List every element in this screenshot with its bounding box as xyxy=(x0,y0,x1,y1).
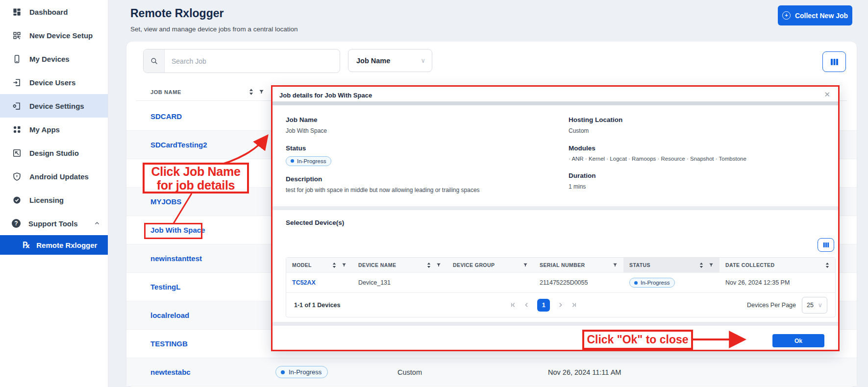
filter-icon[interactable] xyxy=(613,263,618,267)
sort-icon[interactable] xyxy=(427,263,431,268)
job-link[interactable]: SDCardTesting2 xyxy=(150,141,207,149)
sidebar-item-label: My Devices xyxy=(29,55,70,63)
close-icon[interactable]: ✕ xyxy=(824,90,830,99)
column-settings-button[interactable] xyxy=(822,51,846,72)
dashboard-icon xyxy=(12,7,22,17)
panel-horizontal-scrollbar[interactable] xyxy=(273,101,838,105)
previous-page-icon[interactable] xyxy=(523,302,530,308)
sidebar-item-remote-rxlogger[interactable]: ℞ Remote Rxlogger xyxy=(0,235,108,255)
device-column-settings-button[interactable] xyxy=(818,238,834,252)
plus-circle-icon: + xyxy=(782,11,791,20)
sidebar-item-design-studio[interactable]: Design Studio xyxy=(0,141,108,165)
license-badge-icon xyxy=(12,195,22,205)
device-settings-icon xyxy=(12,101,22,111)
sidebar-item-android-updates[interactable]: Android Updates xyxy=(0,165,108,188)
selected-devices-title: Selected Device(s) xyxy=(286,219,344,226)
job-name-header-label: JOB NAME xyxy=(150,89,181,95)
filter-icon[interactable] xyxy=(342,263,347,267)
job-name-filter-select[interactable]: Job Name ∨ xyxy=(348,49,432,72)
sidebar-item-label: Dashboard xyxy=(29,8,68,16)
sort-icon[interactable] xyxy=(332,263,336,268)
field-value: Custom xyxy=(569,127,836,134)
device-row[interactable]: TC52AX Device_131 211475225D0055 In-Prog… xyxy=(286,272,835,292)
job-link[interactable]: MYJOBS xyxy=(150,197,181,206)
collect-new-job-button[interactable]: + Collect New Job xyxy=(778,5,852,25)
status-badge: In-Progress xyxy=(286,156,331,166)
chevron-down-icon: ∨ xyxy=(818,302,822,308)
sidebar-item-my-apps[interactable]: My Apps xyxy=(0,118,108,141)
search-icon xyxy=(144,49,165,73)
job-link[interactable]: newtestabc xyxy=(150,368,191,376)
help-icon: ? xyxy=(12,219,21,228)
page-subtitle: Set, view and manage device jobs from a … xyxy=(130,25,298,33)
serial-number-cell: 211475225D0055 xyxy=(540,279,588,286)
shield-icon xyxy=(12,171,22,181)
sidebar-item-my-devices[interactable]: My Devices xyxy=(0,47,108,71)
job-row-newtestabc[interactable]: newtestabc In-Progress Custom Nov 26, 20… xyxy=(126,358,857,387)
rx-icon: ℞ xyxy=(23,241,30,249)
per-page-label: Devices Per Page xyxy=(747,302,796,309)
divider xyxy=(273,322,838,326)
sidebar-item-new-device-setup[interactable]: New Device Setup xyxy=(0,24,108,47)
last-page-icon[interactable] xyxy=(571,302,577,308)
pagination-summary: 1-1 of 1 Devices xyxy=(294,302,341,309)
ok-button[interactable]: Ok xyxy=(772,334,824,347)
field-label: Modules xyxy=(569,145,836,152)
next-page-icon[interactable] xyxy=(557,302,564,308)
page-title: Remote Rxlogger xyxy=(130,7,223,20)
column-header: STATUS xyxy=(629,262,650,268)
sidebar: Dashboard New Device Setup My Devices De… xyxy=(0,0,108,387)
selected-devices-table: MODEL DEVICE NAME DEVICE GROUP xyxy=(286,257,836,317)
field-label: Status xyxy=(286,145,560,152)
sidebar-item-label: New Device Setup xyxy=(29,31,93,40)
sidebar-item-label: Licensing xyxy=(29,196,64,204)
column-header: DEVICE NAME xyxy=(358,262,396,268)
field-value: Job With Space xyxy=(286,127,560,134)
filter-icon[interactable] xyxy=(709,263,714,267)
job-link[interactable]: SDCARD xyxy=(150,112,182,121)
status-badge: In-Progress xyxy=(275,366,328,378)
filter-icon[interactable] xyxy=(523,263,528,267)
sidebar-item-label: Device Users xyxy=(29,78,75,87)
job-link[interactable]: localreload xyxy=(150,311,189,319)
remote-rxlogger-screen: Dashboard New Device Setup My Devices De… xyxy=(0,0,868,387)
devices-table-header: MODEL DEVICE NAME DEVICE GROUP xyxy=(286,258,835,272)
chevron-up-icon xyxy=(94,220,100,226)
devices-pagination-bar: 1-1 of 1 Devices 1 Devices Per Page 25 ∨ xyxy=(286,292,835,317)
field-value: test for job with space in middle but no… xyxy=(286,187,560,194)
job-link[interactable]: newinstanttest xyxy=(150,254,202,263)
current-page-button[interactable]: 1 xyxy=(537,299,550,312)
panel-title: Job details for Job With Space xyxy=(279,92,372,99)
filter-icon[interactable] xyxy=(436,263,441,267)
sidebar-item-dashboard[interactable]: Dashboard xyxy=(0,0,108,24)
status-dot-icon xyxy=(281,370,285,374)
sidebar-item-label: Device Settings xyxy=(29,102,84,110)
first-page-icon[interactable] xyxy=(510,302,516,308)
sort-icon[interactable] xyxy=(249,89,253,95)
per-page-select[interactable]: 25 ∨ xyxy=(802,297,827,314)
field-value: · ANR · Kernel · Logcat · Ramoops · Reso… xyxy=(569,156,836,162)
filter-icon[interactable] xyxy=(259,89,264,95)
status-badge: In-Progress xyxy=(629,278,675,288)
field-label: Hosting Location xyxy=(569,116,836,123)
column-header: MODEL xyxy=(292,262,312,268)
sidebar-item-label: Support Tools xyxy=(28,219,78,228)
divider xyxy=(273,206,838,210)
device-model-link[interactable]: TC52AX xyxy=(292,279,316,286)
sidebar-item-device-users[interactable]: Device Users xyxy=(0,71,108,94)
panel-left-column: Job Name Job With Space Status In-Progre… xyxy=(286,116,560,204)
job-link[interactable]: TESTINGB xyxy=(150,339,188,348)
sidebar-item-label: Design Studio xyxy=(29,149,79,157)
sidebar-item-support-tools[interactable]: ? Support Tools xyxy=(0,212,108,235)
sidebar-item-label: Remote Rxlogger xyxy=(36,241,97,249)
sort-icon[interactable] xyxy=(825,263,829,268)
sidebar-item-label: Android Updates xyxy=(29,172,89,181)
job-link[interactable]: TestingL xyxy=(150,283,180,291)
search-job-input[interactable] xyxy=(165,49,340,73)
panel-right-column: Hosting Location Custom Modules · ANR · … xyxy=(569,116,836,200)
sidebar-item-device-settings[interactable]: Device Settings xyxy=(0,94,108,118)
apps-icon xyxy=(12,124,22,134)
device-user-icon xyxy=(12,77,22,87)
sort-icon[interactable] xyxy=(699,263,703,268)
sidebar-item-licensing[interactable]: Licensing xyxy=(0,188,108,212)
